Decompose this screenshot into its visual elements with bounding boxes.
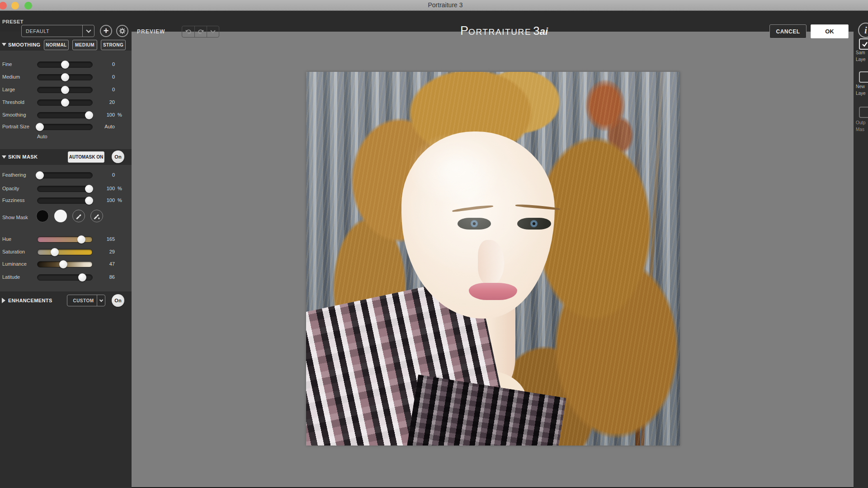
chevron-down-icon <box>82 25 94 37</box>
large-slider[interactable] <box>37 87 93 93</box>
slider-thumb[interactable] <box>61 61 69 69</box>
preview-image[interactable] <box>306 72 680 446</box>
preview-label: PREVIEW <box>137 28 165 35</box>
output-options-panel: Sam Laye New Laye Outp Mas <box>854 32 868 488</box>
preset-dropdown[interactable]: DEFAULT <box>21 25 94 37</box>
smoothing-section-title[interactable]: SMOOTHING <box>8 42 40 47</box>
mask-color-black-swatch[interactable] <box>36 210 49 222</box>
eyedropper-plus-icon <box>93 212 100 220</box>
slider-thumb[interactable] <box>77 235 85 244</box>
slider-thumb[interactable] <box>61 73 69 81</box>
medium-slider[interactable] <box>37 74 93 80</box>
preview-canvas <box>132 32 854 488</box>
ok-button[interactable]: OK <box>811 24 849 38</box>
smoothing-preset-normal-button[interactable]: NORMAL <box>44 40 69 50</box>
toolbar: PRESET DEFAULT + PREVIEW <box>0 11 868 32</box>
collapse-arrow-icon[interactable] <box>2 43 6 46</box>
hue-slider-row: Hue 165 <box>0 233 132 246</box>
slider-thumb[interactable] <box>36 171 44 179</box>
preset-dropdown-value: DEFAULT <box>22 28 82 34</box>
latitude-slider[interactable] <box>37 274 93 281</box>
opacity-slider[interactable] <box>37 186 93 192</box>
slider-thumb[interactable] <box>85 185 93 193</box>
slider-thumb[interactable] <box>61 99 69 107</box>
photo-lips <box>469 283 518 300</box>
history-menu-button[interactable] <box>207 26 219 37</box>
enhancements-on-toggle[interactable]: On <box>112 294 124 307</box>
latitude-slider-row: Latitude 86 <box>0 271 132 284</box>
fuzziness-slider[interactable] <box>37 197 93 204</box>
close-button[interactable] <box>0 2 7 9</box>
smoothing-preset-strong-button[interactable]: STRONG <box>101 40 126 50</box>
output-mask-checkbox[interactable] <box>859 107 868 118</box>
same-layer-label-line1: Sam <box>856 50 865 55</box>
slider-thumb[interactable] <box>78 273 86 282</box>
slider-thumb[interactable] <box>85 197 93 205</box>
portrait-size-auto-label: Auto <box>37 134 47 139</box>
smoothing-slider[interactable] <box>37 112 93 118</box>
gear-icon <box>118 27 126 35</box>
eyedropper-add-button[interactable] <box>90 210 103 222</box>
new-layer-checkbox[interactable] <box>859 71 868 83</box>
app-logo: PORTRAITURE3ai <box>460 24 548 38</box>
new-layer-label-line2: Laye <box>856 91 866 96</box>
slider-thumb[interactable] <box>51 248 59 256</box>
mask-color-white-swatch[interactable] <box>54 210 67 222</box>
slider-thumb[interactable] <box>61 86 69 94</box>
skin-mask-section-title[interactable]: SKIN MASK <box>8 154 38 160</box>
settings-sidebar: SMOOTHING NORMAL MEDIUM STRONG Fine 0 Me… <box>0 32 132 488</box>
expand-arrow-icon[interactable] <box>2 298 5 303</box>
chevron-down-icon <box>97 295 105 306</box>
smoothing-panel: Fine 0 Medium 0 Large 0 Threshold 20 Smo… <box>0 51 132 149</box>
eyedropper-button[interactable] <box>72 210 85 222</box>
eyedropper-icon <box>75 212 82 220</box>
check-icon <box>862 41 868 47</box>
chevron-down-icon <box>210 28 215 33</box>
smoothing-preset-medium-button[interactable]: MEDIUM <box>72 40 97 50</box>
redo-button[interactable] <box>194 26 207 37</box>
slider-thumb[interactable] <box>59 260 67 268</box>
collapse-arrow-icon[interactable] <box>2 155 6 159</box>
fuzziness-slider-row: Fuzziness 100 % <box>0 194 132 207</box>
portrait-size-slider[interactable] <box>37 124 93 130</box>
large-slider-row: Large 0 <box>0 84 132 96</box>
fine-slider-row: Fine 0 <box>0 58 132 71</box>
window-title: Portraiture 3 <box>11 1 868 9</box>
opacity-slider-row: Opacity 100 % <box>0 183 132 195</box>
slider-thumb[interactable] <box>85 111 93 119</box>
luminance-slider[interactable] <box>37 261 93 267</box>
slider-thumb[interactable] <box>36 123 44 131</box>
cancel-button[interactable]: CANCEL <box>769 24 807 38</box>
titlebar: Portraiture 3 <box>0 0 868 11</box>
plus-icon: + <box>104 26 109 35</box>
undo-button[interactable] <box>182 26 194 37</box>
skin-mask-panel: Feathering 0 Opacity 100 % Fuzziness 100… <box>0 165 132 291</box>
show-mask-label: Show Mask <box>2 215 28 220</box>
threshold-slider-row: Threshold 20 <box>0 96 132 109</box>
settings-button[interactable] <box>116 25 128 37</box>
saturation-slider[interactable] <box>37 249 93 255</box>
luminance-slider-row: Luminance 47 <box>0 258 132 271</box>
history-button-group <box>182 26 219 38</box>
redo-icon <box>197 28 204 35</box>
saturation-slider-row: Saturation 29 <box>0 246 132 258</box>
automask-button[interactable]: AUTOMASK ON <box>68 151 104 163</box>
output-mask-label-line2: Mas <box>856 127 864 132</box>
feathering-slider[interactable] <box>37 172 93 178</box>
enhancements-section-title[interactable]: ENHANCEMENTS <box>8 298 52 303</box>
same-layer-label-line2: Laye <box>856 57 866 62</box>
enhancements-preset-dropdown[interactable]: CUSTOM <box>67 295 105 306</box>
photo-nose <box>478 240 504 285</box>
enhancements-preset-value: CUSTOM <box>67 298 97 303</box>
same-layer-checkbox[interactable] <box>859 38 868 50</box>
undo-icon <box>185 28 192 35</box>
output-mask-label-line1: Outp <box>856 120 866 125</box>
fine-slider[interactable] <box>37 61 93 68</box>
smoothing-slider-row: Smoothing 100 % <box>0 109 132 122</box>
skin-mask-on-toggle[interactable]: On <box>112 150 124 163</box>
hue-slider[interactable] <box>37 236 93 243</box>
threshold-slider[interactable] <box>37 99 93 106</box>
info-icon: i <box>864 25 867 36</box>
preset-label: PRESET <box>2 19 24 24</box>
add-preset-button[interactable]: + <box>100 25 112 37</box>
